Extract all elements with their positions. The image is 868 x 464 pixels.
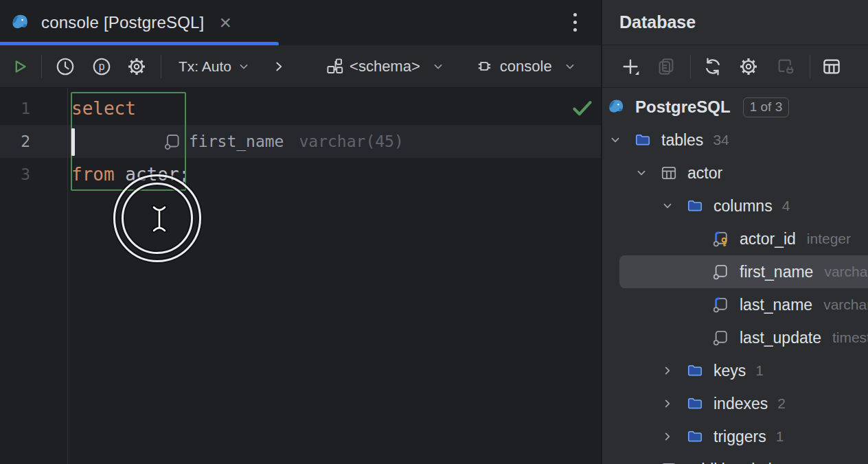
tab-close-icon[interactable]: × (219, 12, 231, 33)
session-plug-icon (476, 57, 494, 76)
completion-hint[interactable]: first_name varchar(45) (163, 125, 404, 158)
folder-icon (686, 428, 704, 445)
tree-count: 1 (776, 428, 784, 445)
tree-label: first_name (740, 263, 813, 281)
tree-label: actor (687, 164, 722, 183)
duplicate-button-disabled[interactable] (656, 56, 676, 77)
database-tree: PostgreSQL 1 of 3 tables 34 acto (602, 91, 868, 464)
chevron-down-icon (431, 60, 445, 73)
folder-icon (686, 362, 704, 380)
toolbar-divider (690, 55, 691, 78)
ide-window: console [PostgreSQL] × p (0, 0, 868, 464)
profiler-p-icon[interactable]: p (91, 56, 112, 77)
line-number: 3 (0, 158, 30, 191)
editor-toolbar: p Tx: Auto <schema> (0, 45, 601, 88)
tree-row-indexes[interactable]: indexes 2 (602, 387, 868, 420)
table-view-button[interactable] (821, 56, 842, 77)
postgresql-elephant-icon (608, 98, 626, 116)
tree-label: last_update (740, 329, 821, 347)
chevron-down-icon (237, 60, 251, 73)
schema-selector[interactable]: <schema> (326, 57, 445, 76)
postgresql-elephant-icon (11, 12, 30, 33)
chevron-right-icon[interactable] (660, 387, 686, 420)
success-check-icon (571, 98, 594, 119)
toolbar-divider (810, 55, 810, 78)
tree-row-actor[interactable]: actor (602, 156, 868, 189)
column-icon (163, 132, 182, 151)
column-icon (712, 329, 730, 347)
folder-icon (686, 197, 704, 215)
disconnect-button-disabled[interactable] (775, 56, 796, 77)
database-panel-header[interactable]: Database (602, 0, 868, 45)
tree-row-keys[interactable]: keys 1 (602, 354, 868, 387)
tree-label: columns (713, 197, 773, 216)
session-label: console (500, 58, 552, 76)
tree-count: 34 (713, 132, 729, 148)
folder-icon (686, 395, 704, 413)
table-icon (660, 164, 678, 182)
chevron-down-icon[interactable] (634, 156, 660, 189)
hint-column-type: varchar(45) (299, 132, 403, 150)
chevron-down-icon[interactable] (608, 124, 634, 156)
chevron-down-icon[interactable] (660, 189, 686, 222)
table-icon (660, 461, 678, 464)
schema-label: <schema> (350, 58, 420, 76)
tab-title: console [PostgreSQL] (41, 13, 204, 32)
session-selector[interactable]: console (476, 57, 577, 76)
database-panel: Database (601, 0, 868, 464)
tx-mode-label: Tx: Auto (179, 58, 231, 75)
refresh-button[interactable] (703, 56, 723, 77)
tab-console-postgresql[interactable]: console [PostgreSQL] × (0, 0, 231, 45)
tree-count: 4 (782, 198, 790, 214)
column-type: varchar(45) (824, 264, 868, 280)
editor-tab-bar: console [PostgreSQL] × (0, 0, 601, 45)
tree-label: keys (713, 362, 746, 380)
tree-row-columns[interactable]: columns 4 (602, 189, 868, 222)
hint-column-name: first_name (189, 132, 284, 150)
chevron-right-expand-icon[interactable] (269, 56, 289, 77)
tree-label: tables (661, 131, 703, 150)
svg-text:p: p (99, 60, 105, 72)
toolbar-divider (161, 55, 161, 78)
column-type: integer (807, 231, 851, 247)
tree-row-last-name[interactable]: last_name varchar(45) (602, 288, 868, 321)
tree-row-first-name-selected[interactable]: first_name varchar(45) (602, 255, 868, 288)
column-primary-key-icon (712, 230, 730, 248)
tree-row-postgresql[interactable]: PostgreSQL 1 of 3 (602, 91, 868, 124)
text-caret (71, 128, 75, 156)
database-toolbar (602, 46, 868, 88)
settings-gear-icon[interactable] (738, 56, 759, 77)
tree-label: last_name (740, 296, 812, 314)
tree-row-actor-id[interactable]: actor_id integer (602, 222, 868, 255)
panel-title: Database (619, 12, 696, 32)
tree-row-triggers[interactable]: triggers 1 (602, 420, 868, 453)
tree-count: 2 (777, 395, 786, 412)
column-not-null-icon (712, 296, 730, 314)
chevron-right-icon[interactable] (660, 420, 686, 453)
tree-label: indexes (713, 395, 768, 413)
clock-history-icon[interactable] (55, 56, 76, 77)
column-type: timestamp (832, 329, 868, 346)
tree-row-last-update[interactable]: last_update timestamp (602, 321, 868, 354)
sql-editor[interactable]: 1 select 2 3 from actor; first_name varc… (0, 88, 601, 464)
tree-row-clipped[interactable]: additional elements (602, 453, 868, 464)
tree-label: triggers (713, 428, 766, 446)
toolbar-divider (41, 55, 42, 78)
tree-label: additional elements (687, 461, 823, 464)
kebab-menu-icon[interactable] (567, 7, 582, 37)
schema-icon (326, 57, 344, 76)
chevron-right-icon[interactable] (660, 354, 686, 387)
text-cursor-icon (149, 205, 170, 233)
datasource-name: PostgreSQL (635, 97, 731, 117)
add-datasource-button[interactable] (620, 56, 641, 77)
tree-row-tables[interactable]: tables 34 (602, 124, 868, 156)
line-number: 2 (0, 125, 30, 158)
datasource-badge: 1 of 3 (743, 97, 790, 117)
gear-icon[interactable] (126, 56, 147, 77)
column-icon (712, 263, 730, 281)
tree-label: actor_id (740, 230, 796, 248)
chevron-down-icon (563, 60, 577, 73)
run-button[interactable] (10, 56, 30, 77)
column-type: varchar(45) (823, 297, 868, 313)
tx-mode-selector[interactable]: Tx: Auto (179, 58, 251, 75)
